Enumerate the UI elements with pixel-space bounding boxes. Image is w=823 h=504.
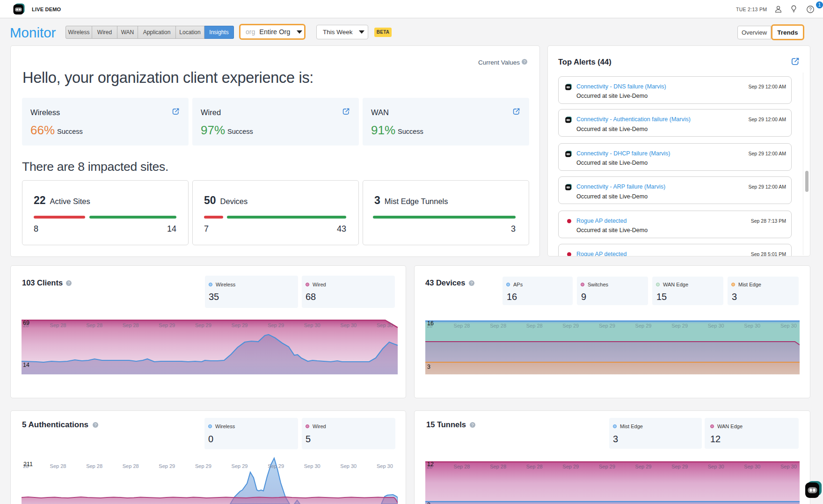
svg-text:Sep 29: Sep 29 [562, 323, 579, 329]
svg-text:Sep 30: Sep 30 [340, 463, 357, 469]
svg-text:?: ? [809, 7, 812, 12]
svg-text:Sep 29: Sep 29 [671, 464, 688, 469]
svg-text:Sep 30: Sep 30 [744, 464, 760, 469]
svg-text:16: 16 [427, 320, 434, 327]
svg-text:Sep 29: Sep 29 [159, 463, 175, 469]
svg-text:14: 14 [23, 362, 29, 368]
svg-text:3: 3 [427, 364, 430, 370]
svg-text:Sep 30: Sep 30 [708, 323, 724, 329]
svg-text:Sep 29: Sep 29 [195, 322, 211, 328]
svg-text:211: 211 [23, 461, 33, 467]
svg-text:Sep 29: Sep 29 [671, 323, 688, 329]
svg-text:3: 3 [427, 502, 430, 504]
svg-text:Sep 30: Sep 30 [304, 322, 320, 328]
svg-text:Sep 28: Sep 28 [50, 463, 66, 469]
svg-text:Sep 29: Sep 29 [195, 463, 211, 469]
svg-text:Sep 29: Sep 29 [159, 322, 175, 328]
svg-text:69: 69 [23, 320, 29, 326]
svg-text:Sep 28: Sep 28 [526, 464, 543, 469]
svg-text:Sep 28: Sep 28 [490, 323, 506, 329]
svg-text:Sep 28: Sep 28 [50, 322, 66, 328]
svg-text:Sep 28: Sep 28 [123, 463, 139, 469]
svg-text:Sep 29: Sep 29 [635, 464, 652, 469]
svg-text:Sep 28: Sep 28 [454, 323, 470, 329]
svg-text:Sep 29: Sep 29 [635, 323, 652, 329]
svg-text:Sep 30: Sep 30 [304, 463, 320, 469]
svg-text:Sep 29: Sep 29 [268, 463, 284, 469]
svg-text:Sep 28: Sep 28 [86, 322, 102, 328]
svg-text:Sep 28: Sep 28 [123, 322, 139, 328]
svg-text:Sep 30: Sep 30 [780, 323, 797, 329]
svg-text:Sep 28: Sep 28 [526, 323, 543, 329]
svg-text:Sep 29: Sep 29 [562, 464, 579, 469]
svg-text:Sep 29: Sep 29 [599, 323, 615, 329]
svg-text:Sep 30: Sep 30 [340, 322, 357, 328]
svg-text:Sep 28: Sep 28 [454, 464, 470, 469]
svg-text:Sep 29: Sep 29 [268, 322, 284, 328]
svg-text:Sep 28: Sep 28 [86, 463, 102, 469]
svg-text:Sep 29: Sep 29 [232, 463, 248, 469]
svg-text:12: 12 [427, 461, 434, 467]
svg-text:Sep 30: Sep 30 [377, 463, 393, 469]
svg-text:Sep 30: Sep 30 [780, 464, 797, 469]
svg-text:Sep 29: Sep 29 [232, 322, 248, 328]
svg-text:Sep 30: Sep 30 [377, 322, 393, 328]
svg-text:Sep 28: Sep 28 [490, 464, 506, 469]
svg-text:Sep 29: Sep 29 [599, 464, 615, 469]
svg-text:Sep 30: Sep 30 [744, 323, 760, 329]
svg-text:Sep 30: Sep 30 [708, 464, 724, 469]
